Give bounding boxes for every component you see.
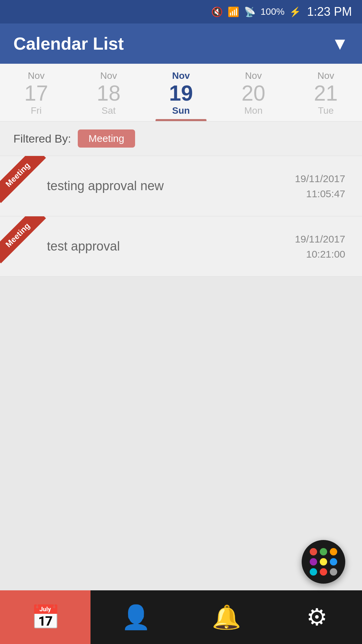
event-list: Meeting testing approval new 19/11/2017 … [0, 156, 362, 400]
event-ribbon-1: Meeting [0, 216, 54, 270]
fab-dot-0 [310, 548, 317, 555]
event-item-1[interactable]: Meeting test approval 19/11/2017 10:21:0… [0, 216, 362, 277]
filter-bar: Filtered By: Meeting [0, 121, 362, 156]
date-item-18[interactable]: Nov 18 Sat [72, 64, 145, 121]
date-item-20[interactable]: Nov 20 Mon [217, 64, 290, 121]
page-title: Calendar List [13, 34, 124, 54]
date-month: Nov [28, 70, 45, 81]
event-title-0: testing approval new [47, 179, 164, 193]
nav-item-settings[interactable]: ⚙ [272, 590, 362, 644]
fab-button[interactable] [302, 540, 345, 584]
wifi-icon: 📶 [228, 6, 239, 17]
fab-dot-1 [320, 548, 327, 555]
status-time: 1:23 PM [307, 5, 352, 19]
date-day: Sun [172, 105, 190, 116]
event-item-0[interactable]: Meeting testing approval new 19/11/2017 … [0, 156, 362, 216]
status-icons: 🔇 📶 📡 100% ⚡ [211, 6, 301, 17]
event-date-1: 19/11/2017 [295, 231, 345, 247]
date-item-17[interactable]: Nov 17 Fri [0, 64, 72, 121]
fab-dot-4 [320, 558, 327, 566]
date-item-21[interactable]: Nov 21 Tue [290, 64, 362, 121]
contacts-icon: 👤 [121, 603, 150, 631]
date-num: 18 [97, 83, 120, 104]
app-header: Calendar List ▼ [0, 23, 362, 64]
date-month: Nov [172, 70, 190, 81]
nav-item-calendar[interactable]: 📅 [0, 590, 90, 644]
ribbon-label-1: Meeting [0, 216, 46, 263]
date-num: 17 [24, 83, 48, 104]
bottom-nav: 📅👤🔔⚙ [0, 590, 362, 644]
status-bar: 🔇 📶 📡 100% ⚡ 1:23 PM [0, 0, 362, 23]
date-month: Nov [100, 70, 117, 81]
notifications-icon: 🔔 [212, 603, 241, 631]
nav-item-contacts[interactable]: 👤 [90, 590, 181, 644]
event-time-0: 11:05:47 [295, 186, 345, 201]
date-day: Fri [31, 105, 42, 116]
settings-icon: ⚙ [306, 603, 327, 631]
mute-icon: 🔇 [211, 6, 223, 17]
filter-badge[interactable]: Meeting [78, 129, 135, 148]
date-num: 21 [314, 83, 338, 104]
date-num: 20 [241, 83, 265, 104]
filter-icon[interactable]: ▼ [331, 34, 349, 54]
date-item-19[interactable]: Nov 19 Sun [145, 64, 217, 121]
fab-dot-5 [330, 558, 337, 566]
event-date-0: 19/11/2017 [295, 171, 345, 186]
event-time-1: 10:21:00 [295, 247, 345, 262]
date-day: Tue [318, 105, 334, 116]
fab-dots [308, 547, 339, 577]
fab-dot-6 [310, 568, 317, 576]
fab-dot-3 [310, 558, 317, 566]
date-strip: Nov 17 Fri Nov 18 Sat Nov 19 Sun Nov 20 … [0, 64, 362, 121]
fab-dot-2 [330, 548, 337, 555]
date-month: Nov [317, 70, 334, 81]
fab-dot-7 [320, 568, 327, 576]
nav-item-notifications[interactable]: 🔔 [181, 590, 272, 644]
date-month: Nov [245, 70, 262, 81]
charging-icon: ⚡ [289, 6, 301, 17]
date-day: Mon [244, 105, 262, 116]
signal-icon: 📡 [244, 6, 256, 17]
date-day: Sat [102, 105, 116, 116]
filter-label: Filtered By: [13, 132, 71, 145]
fab-dot-8 [330, 568, 337, 576]
event-ribbon-0: Meeting [0, 156, 54, 210]
battery-label: 100% [260, 6, 285, 17]
event-datetime-0: 19/11/2017 11:05:47 [295, 171, 345, 201]
event-datetime-1: 19/11/2017 10:21:00 [295, 231, 345, 262]
ribbon-label-0: Meeting [0, 156, 46, 203]
calendar-icon: 📅 [31, 603, 60, 631]
event-title-1: test approval [47, 239, 120, 254]
date-num: 19 [169, 83, 193, 104]
